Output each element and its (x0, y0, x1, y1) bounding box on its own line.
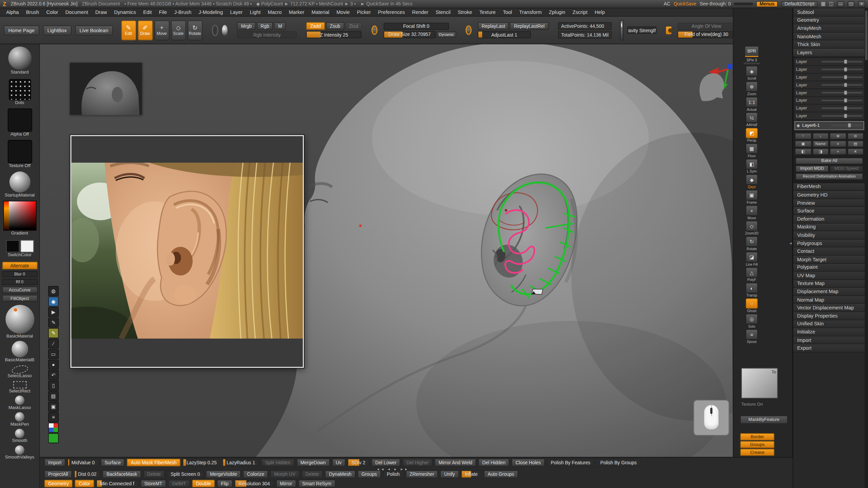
stroke-type-icon[interactable] (8, 79, 31, 100)
layer-tool-button[interactable]: ▣ (795, 140, 811, 147)
bottom-bar-item[interactable]: MidValue 0 (67, 459, 98, 466)
spotlight-icon[interactable]: ◍ (48, 286, 59, 296)
rotate-3d-button[interactable]: ↻ Rotate (746, 236, 758, 250)
palette-header[interactable]: Contact (793, 247, 865, 256)
ruler-icon[interactable]: ▭ (48, 349, 59, 359)
default-zscript-button[interactable]: DefaultZScript (781, 1, 818, 7)
bottom-bar-item[interactable]: StoreMT (140, 480, 166, 488)
reference-image-panel[interactable] (70, 135, 304, 368)
bottom-bar-item[interactable]: Min Connected f (96, 480, 138, 488)
palette-header[interactable]: Deformation (793, 215, 865, 223)
polyf-button[interactable]: △ PolyF (746, 267, 758, 282)
bottom-bar-item[interactable]: ProjectAll (44, 470, 72, 478)
m-button[interactable]: M (274, 22, 286, 30)
bottom-bar-item[interactable]: Colorize (243, 470, 268, 478)
bottom-bar-item[interactable]: Import (44, 459, 65, 466)
texture-preview-thumbnail[interactable]: Te (741, 368, 778, 399)
spix-slider[interactable]: SPix 3 (744, 58, 760, 64)
mask-lasso-icon[interactable] (15, 395, 24, 405)
menu-item[interactable]: Texture (479, 9, 496, 15)
tray-scrollbar[interactable] (865, 8, 868, 488)
bake-all-button[interactable]: Bake All (795, 158, 863, 164)
layer-intensity-slider[interactable] (822, 61, 863, 62)
layer-intensity-slider[interactable] (822, 107, 863, 109)
selected-layer-row[interactable]: ◉ Layer6-1 (794, 121, 864, 130)
home-page-button[interactable]: Home Page (4, 25, 39, 35)
maximize-button[interactable]: ▢ (848, 1, 855, 7)
print-icon[interactable]: ▤ (48, 391, 59, 401)
layer-tool-button[interactable]: ≡ (830, 140, 846, 147)
smooth-valleys-icon[interactable] (15, 445, 24, 455)
linefill-button[interactable]: ◪ Line Fill (746, 252, 758, 266)
mrgb-button[interactable]: Mrgb (237, 22, 255, 30)
layer-tool-button[interactable]: ⊖ (847, 133, 864, 139)
palette-header[interactable]: Normal Map (793, 296, 865, 304)
xpose-button[interactable]: ≡ Xpose (746, 329, 758, 343)
bottom-bar-item[interactable]: Split Screen 0 (167, 470, 204, 478)
layer-intensity-slider[interactable] (822, 84, 863, 85)
palette-header[interactable]: Visibility (793, 231, 865, 240)
mask-by-feature-button[interactable]: MaskByFeature (740, 415, 788, 424)
layer-eye-icon[interactable]: ◉ (796, 123, 800, 127)
window-grid-icon[interactable]: ◫ (829, 1, 834, 6)
layer-row[interactable]: Layer (794, 104, 864, 112)
layer-intensity-slider[interactable] (831, 124, 862, 126)
bottom-bar-item[interactable]: Mirror (276, 480, 296, 488)
menu-item[interactable]: File (159, 9, 167, 15)
gravity-direction-widget[interactable] (620, 20, 624, 40)
layer-intensity-slider[interactable] (822, 68, 863, 70)
transp-button[interactable]: ◐ Transp (746, 283, 758, 297)
colors-icon[interactable] (48, 423, 59, 432)
rgb-intensity-slider[interactable]: Rgb Intensity (237, 31, 297, 38)
basic-material-icon[interactable] (5, 305, 34, 334)
palette-header[interactable]: Import (793, 336, 865, 344)
marker-icon[interactable]: ✎ (48, 328, 59, 338)
bottom-bar-item[interactable]: Delete (143, 470, 164, 478)
undo-icon[interactable]: ↶ (48, 370, 59, 380)
scroll-button[interactable]: ◈ Scroll (746, 66, 758, 80)
rf-slider[interactable]: Rf 0 (2, 279, 37, 285)
switch-color-widget[interactable] (6, 240, 34, 252)
zsub-button[interactable]: Zsub (326, 22, 344, 30)
layer-tool-button[interactable]: ◧ (795, 148, 811, 155)
floor-button[interactable]: ▦ Floor (746, 143, 758, 158)
snapshot-thumbnail[interactable] (70, 62, 142, 115)
bottom-bar-item[interactable]: Polish By Groups (596, 459, 640, 466)
menu-item[interactable]: Picker (357, 9, 371, 15)
palette-header[interactable]: Preview (793, 199, 865, 207)
bottom-bar-item[interactable]: Smart ReSym (298, 480, 335, 488)
lsym-button[interactable]: ◧ L.Sym (746, 159, 758, 173)
bottom-bar-item[interactable]: Flip (217, 480, 232, 488)
palette-header[interactable]: Subtool (793, 8, 865, 16)
current-brush-icon[interactable] (8, 46, 32, 70)
record-deformation-button[interactable]: Record Deformation Animation (795, 173, 863, 180)
menu-item[interactable]: Zplugin (549, 9, 565, 15)
groups-button[interactable]: Groups (740, 441, 774, 448)
trash-icon[interactable]: ▯ (48, 381, 59, 390)
lightbox-button[interactable]: LightBox (43, 25, 71, 35)
layer-row[interactable]: Layer (794, 58, 864, 66)
palette-header[interactable]: Displacement Map (793, 288, 865, 296)
layers-palette-header[interactable]: Layers (793, 49, 865, 57)
replay-last-rel-button[interactable]: ReplayLastRel (510, 22, 548, 30)
palette-header[interactable]: FiberMesh (793, 183, 865, 191)
bottom-bar-item[interactable]: Geometry (44, 480, 73, 488)
layer-row[interactable]: Layer (794, 73, 864, 81)
blur-slider[interactable]: Blur 0 (2, 271, 37, 277)
bottom-bar-item[interactable]: BackfaceMask (103, 470, 141, 478)
z-intensity-slider[interactable]: Z Intensity 25 (306, 31, 361, 38)
fill-object-button[interactable]: FillObject (2, 295, 37, 302)
bottom-bar-item[interactable]: ZRemesher (406, 470, 438, 478)
menus-button[interactable]: Menus (756, 1, 778, 7)
menu-item[interactable]: Draw (95, 9, 107, 15)
replay-last-button[interactable]: ReplayLast (478, 22, 509, 30)
menu-item[interactable]: Color (46, 9, 58, 15)
layer-intensity-slider[interactable] (822, 92, 863, 93)
zoom3d-button[interactable]: ◇ Zoom3D (745, 221, 758, 235)
bottom-bar-item[interactable]: MergeDown (297, 459, 330, 466)
minimize-button[interactable]: — (837, 1, 844, 7)
draw-mode-button[interactable]: ✐Draw (138, 20, 153, 40)
menu-item[interactable]: J-Brush (174, 9, 192, 15)
layer-tool-button[interactable]: ↑ (795, 133, 811, 139)
startup-material-icon[interactable] (9, 171, 30, 192)
